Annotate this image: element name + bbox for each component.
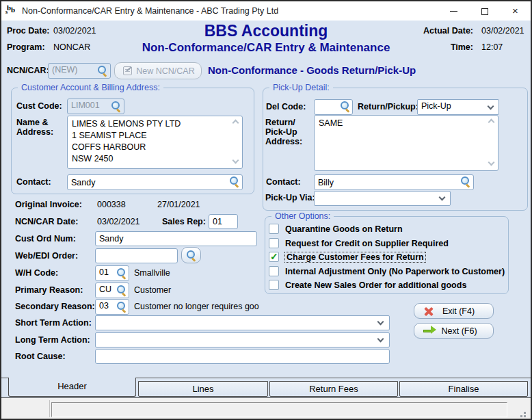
- tab-header[interactable]: Header: [8, 378, 136, 397]
- pickup-via-select[interactable]: [314, 191, 451, 206]
- maximize-icon: [481, 8, 488, 15]
- billing-contact-fieldwrap: [67, 174, 243, 190]
- new-sales-order-label[interactable]: Create New Sales Order for additional go…: [285, 280, 466, 290]
- chevron-down-icon: [488, 103, 494, 110]
- return-pickup-select[interactable]: Pick-Up: [417, 99, 499, 115]
- ncn-car-lookup[interactable]: (NEW): [48, 63, 111, 79]
- primary-reason-value: CU: [99, 285, 111, 294]
- ncn-car-label: NCN/CAR:: [7, 66, 49, 75]
- credit-supplier-checkbox[interactable]: [269, 238, 279, 248]
- quarantine-checkbox[interactable]: [269, 224, 279, 234]
- chevron-down-icon: [439, 194, 446, 201]
- minimize-button[interactable]: [438, 1, 469, 21]
- scroll-up-icon[interactable]: [488, 119, 495, 126]
- app-title: BBS Accounting: [204, 22, 328, 40]
- app-icon-letter: b: [11, 5, 15, 14]
- del-code-label: Del Code:: [266, 102, 306, 111]
- sales-rep-input[interactable]: [209, 214, 238, 229]
- program-value: NONCAR: [53, 42, 90, 52]
- chevron-down-icon: [377, 319, 384, 326]
- status-divider: [49, 400, 50, 417]
- credit-supplier-label[interactable]: Request for Credit on Supplier Required: [285, 239, 449, 248]
- new-ncn-car-button[interactable]: New NCN/CAR: [114, 62, 202, 79]
- web-edi-input[interactable]: [95, 248, 178, 263]
- pickup-contact-fieldwrap: [314, 174, 474, 190]
- search-icon[interactable]: [97, 66, 108, 77]
- short-term-select[interactable]: [95, 315, 390, 330]
- internal-adjustment-checkbox[interactable]: [269, 266, 279, 276]
- pickup-address-label: Return/ Pick-Up Address:: [265, 118, 302, 146]
- search-icon[interactable]: [340, 101, 351, 112]
- tab-return-fees[interactable]: Return Fees: [269, 381, 398, 397]
- return-pickup-label: Return/Pickup:: [358, 102, 418, 111]
- app-subtitle: Non-Conformance/CAR Entry & Maintenance: [142, 41, 390, 55]
- cust-code-label: Cust Code:: [16, 101, 62, 111]
- new-document-icon: [123, 66, 132, 75]
- scroll-up-icon[interactable]: [232, 120, 239, 127]
- pickup-contact-label: Contact:: [266, 177, 301, 187]
- search-icon[interactable]: [116, 285, 127, 296]
- exit-label: Exit (F4): [442, 304, 475, 319]
- tab-finalise[interactable]: Finalise: [399, 381, 528, 397]
- pickup-contact-input[interactable]: [314, 174, 474, 190]
- long-term-select[interactable]: [95, 332, 390, 347]
- close-button[interactable]: ×: [500, 1, 531, 21]
- root-cause-input[interactable]: [95, 349, 390, 364]
- maximize-button[interactable]: [469, 1, 500, 21]
- resize-grip-icon[interactable]: [524, 412, 526, 414]
- scroll-down-icon[interactable]: [232, 157, 239, 164]
- customer-group-title: Customer Account & Billing Address:: [18, 83, 163, 92]
- charge-fees-label[interactable]: Charge Customer Fees for Return: [285, 252, 425, 262]
- search-icon: [186, 250, 197, 261]
- next-button[interactable]: Next (F6): [414, 323, 494, 339]
- return-pickup-value: Pick-Up: [421, 101, 451, 111]
- app-window: b s b Non-Conformance/CAR Entry & Mainte…: [0, 0, 532, 420]
- quarantine-label[interactable]: Quarantine Goods on Return: [285, 224, 403, 234]
- name-address-label: Name & Address:: [16, 118, 53, 137]
- proc-date-value: 03/02/2021: [53, 26, 96, 36]
- app-icon-letter: s: [5, 9, 8, 15]
- del-code-fieldwrap: [314, 99, 353, 115]
- charge-fees-checkbox[interactable]: [269, 252, 279, 262]
- ncn-date-value: 03/02/2021: [97, 217, 140, 226]
- ncn-car-value: (NEW): [52, 65, 78, 75]
- search-icon[interactable]: [460, 176, 471, 187]
- new-sales-order-checkbox[interactable]: [269, 280, 279, 290]
- billing-contact-label: Contact:: [16, 177, 51, 187]
- secondary-reason-label: Secondary Reason:: [15, 302, 95, 311]
- time-label: Time:: [412, 42, 473, 52]
- long-term-label: Long Term Action:: [15, 335, 90, 345]
- exit-button[interactable]: Exit (F4): [414, 303, 494, 319]
- pickup-group-title: Pick-Up Detail:: [269, 83, 333, 92]
- secondary-reason-field[interactable]: 03: [95, 299, 129, 315]
- wh-code-field[interactable]: 01: [95, 265, 129, 281]
- ncn-date-label: NCN/CAR Date:: [15, 217, 78, 226]
- cust-ord-input[interactable]: [95, 231, 257, 246]
- web-edi-lookup-button[interactable]: [181, 247, 201, 263]
- search-icon[interactable]: [111, 101, 122, 112]
- cust-ord-label: Cust Ord Num:: [15, 234, 76, 244]
- scroll-down-icon[interactable]: [488, 159, 495, 166]
- tab-lines[interactable]: Lines: [138, 381, 268, 397]
- other-options-title: Other Options:: [271, 211, 334, 221]
- title-bar: b s b Non-Conformance/CAR Entry & Mainte…: [1, 1, 531, 21]
- app-icon: b s b: [5, 5, 17, 16]
- search-icon[interactable]: [229, 176, 240, 187]
- original-invoice-number: 000338: [97, 200, 126, 209]
- wh-code-value: 01: [99, 267, 109, 277]
- window-title: Non-Conformance/CAR Entry & Maintenance …: [22, 1, 278, 21]
- mode-title: Non-Conformance - Goods Return/Pick-Up: [208, 64, 416, 76]
- primary-reason-label: Primary Reason:: [15, 285, 83, 295]
- billing-contact-input[interactable]: [67, 174, 243, 190]
- cust-code-field[interactable]: LIM001: [67, 99, 124, 114]
- wh-code-desc: Smallville: [134, 268, 170, 278]
- internal-adjustment-label[interactable]: Internal Adjustment Only (No Paperwork t…: [285, 267, 505, 276]
- actual-date-value: 03/02/2021: [481, 26, 524, 36]
- primary-reason-field[interactable]: CU: [95, 283, 129, 298]
- search-icon[interactable]: [116, 302, 127, 313]
- new-ncn-car-label: New NCN/CAR: [136, 63, 194, 79]
- search-icon[interactable]: [116, 268, 127, 279]
- pickup-address-textarea[interactable]: SAME: [314, 115, 498, 171]
- cust-code-value: LIM001: [71, 101, 100, 110]
- name-address-textarea[interactable]: LIMES & LEMONS PTY LTD 1 SEAMIST PLACE C…: [67, 116, 243, 169]
